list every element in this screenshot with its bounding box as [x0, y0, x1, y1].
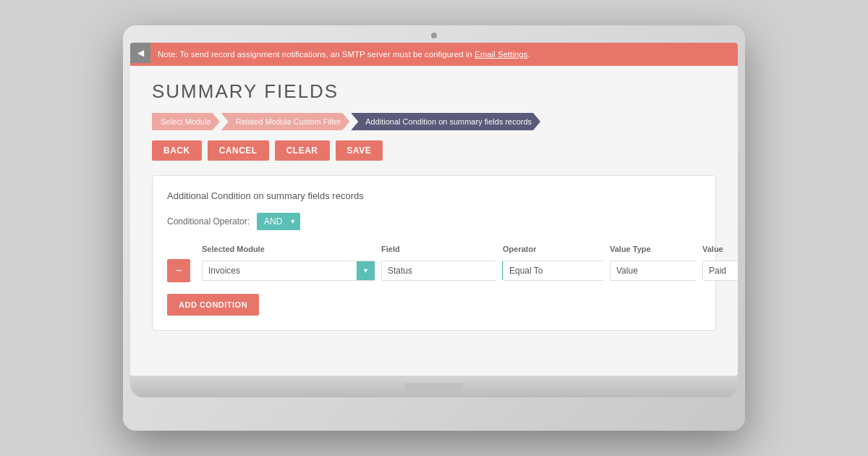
back-button[interactable]: BACK	[152, 140, 202, 161]
notification-suffix: .	[528, 50, 530, 59]
main-content: SUMMARY FIELDS Select Module Related Mod…	[130, 66, 738, 345]
condition-headers: Selected Module Field Operator Value Typ…	[167, 245, 701, 253]
laptop-screen: ◀ Note: To send record assignment notifi…	[130, 43, 738, 376]
laptop-base	[130, 376, 738, 397]
operator-field: ▼	[503, 261, 604, 281]
sidebar-toggle[interactable]: ◀	[130, 43, 150, 63]
screen-content: ◀ Note: To send record assignment notifi…	[130, 43, 738, 376]
breadcrumb-step-2-label: Related Module Custom Filter	[236, 117, 341, 126]
laptop-trackpad	[405, 383, 463, 394]
breadcrumb-step-3-label: Additional Condition on summary fields r…	[365, 117, 532, 126]
notification-text: Note: To send record assignment notifica…	[158, 50, 475, 59]
clear-button[interactable]: CLEAR	[275, 140, 330, 161]
conditions-card: Additional Condition on summary fields r…	[152, 175, 716, 331]
laptop-frame: ◀ Note: To send record assignment notifi…	[123, 25, 745, 431]
col-header-0	[167, 245, 196, 253]
col-header-value: Value	[702, 245, 738, 253]
toolbar: BACK CANCEL CLEAR SAVE	[152, 140, 716, 161]
card-title: Additional Condition on summary fields r…	[167, 190, 701, 201]
module-dropdown-button[interactable]: ▼	[357, 261, 375, 280]
remove-condition-button[interactable]: −	[167, 259, 190, 282]
operator-row: Conditional Operator: AND	[167, 213, 701, 230]
breadcrumb-step-1-label: Select Module	[161, 117, 211, 126]
laptop-camera	[431, 33, 437, 38]
module-field: ▼	[202, 261, 375, 281]
table-row: − ▼ ▼	[167, 259, 701, 282]
email-settings-link[interactable]: Email Settings	[475, 50, 528, 59]
page-title: SUMMARY FIELDS	[152, 80, 716, 103]
breadcrumb-step-3[interactable]: Additional Condition on summary fields r…	[351, 113, 540, 130]
field-field: ▼	[381, 261, 497, 281]
operator-select-wrapper: AND	[257, 213, 300, 230]
col-header-operator: Operator	[503, 245, 604, 253]
value-type-field: ▼	[610, 261, 697, 281]
operator-select[interactable]: AND	[257, 213, 300, 230]
breadcrumb: Select Module Related Module Custom Filt…	[152, 113, 716, 130]
cancel-button[interactable]: CANCEL	[208, 140, 269, 161]
add-condition-button[interactable]: ADD CONDITION	[167, 294, 259, 316]
col-header-field: Field	[381, 245, 497, 253]
col-header-module: Selected Module	[202, 245, 375, 253]
notification-bar: Note: To send record assignment notifica…	[130, 43, 738, 66]
value-field: ▼	[702, 261, 738, 281]
col-header-value-type: Value Type	[610, 245, 697, 253]
value-input[interactable]	[703, 261, 738, 280]
breadcrumb-step-2[interactable]: Related Module Custom Filter	[221, 113, 350, 130]
save-button[interactable]: SAVE	[336, 140, 383, 161]
operator-input[interactable]	[503, 261, 624, 280]
breadcrumb-step-1[interactable]: Select Module	[152, 113, 220, 130]
field-input[interactable]	[382, 261, 502, 280]
sidebar-toggle-icon: ◀	[137, 48, 144, 58]
operator-label: Conditional Operator:	[167, 216, 250, 227]
module-input[interactable]	[203, 261, 357, 280]
